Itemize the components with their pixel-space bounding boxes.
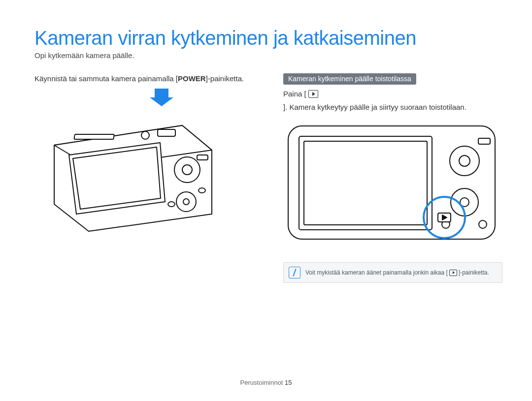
play-icon bbox=[308, 90, 318, 98]
arrow-indicator bbox=[69, 89, 254, 100]
page-title: Kameran virran kytkeminen ja katkaisemin… bbox=[34, 27, 502, 49]
svg-rect-6 bbox=[197, 155, 208, 160]
left-column: Käynnistä tai sammuta kamera painamalla … bbox=[34, 73, 254, 234]
svg-point-19 bbox=[479, 220, 487, 228]
svg-rect-7 bbox=[74, 134, 114, 139]
arrow-down-icon bbox=[155, 89, 168, 98]
svg-rect-12 bbox=[304, 141, 427, 225]
svg-point-14 bbox=[459, 155, 470, 166]
note-post: ]-painiketta. bbox=[459, 269, 489, 276]
svg-rect-15 bbox=[478, 138, 490, 144]
footer-section: Perustoiminnot bbox=[240, 379, 283, 386]
instr-pre: Käynnistä tai sammuta kamera painamalla … bbox=[34, 74, 178, 83]
svg-point-4 bbox=[168, 202, 175, 207]
right-column: Kameran kytkeminen päälle toistotilassa … bbox=[283, 73, 502, 283]
svg-point-1 bbox=[182, 165, 192, 175]
instr-post: ]-painiketta. bbox=[206, 74, 244, 83]
svg-point-5 bbox=[199, 188, 205, 193]
press-post: ]. Kamera kytkeytyy päälle ja siirtyy su… bbox=[283, 102, 466, 113]
power-label: POWER bbox=[178, 74, 206, 83]
page-footer: Perustoiminnot 15 bbox=[0, 379, 532, 386]
note-text: Voit mykistää kameran äänet painamalla j… bbox=[305, 269, 489, 276]
power-instruction: Käynnistä tai sammuta kamera painamalla … bbox=[34, 73, 254, 84]
playback-instruction: Paina [ ]. Kamera kytkeytyy päälle ja si… bbox=[283, 89, 502, 113]
svg-point-8 bbox=[141, 131, 149, 139]
section-pill: Kameran kytkeminen päälle toistotilassa bbox=[283, 73, 416, 85]
svg-rect-9 bbox=[158, 129, 175, 136]
note-box: Voit mykistää kameran äänet painamalla j… bbox=[283, 262, 502, 283]
footer-page-number: 15 bbox=[285, 379, 292, 386]
page-subtitle: Opi kytkemään kamera päälle. bbox=[34, 51, 502, 60]
play-icon bbox=[449, 270, 457, 276]
note-pre: Voit mykistää kameran äänet painamalla j… bbox=[305, 269, 448, 276]
press-pre: Paina [ bbox=[283, 89, 306, 100]
camera-angled-illustration bbox=[34, 106, 254, 234]
camera-flat-illustration bbox=[283, 119, 502, 247]
svg-point-3 bbox=[183, 199, 189, 205]
note-icon bbox=[289, 267, 300, 278]
